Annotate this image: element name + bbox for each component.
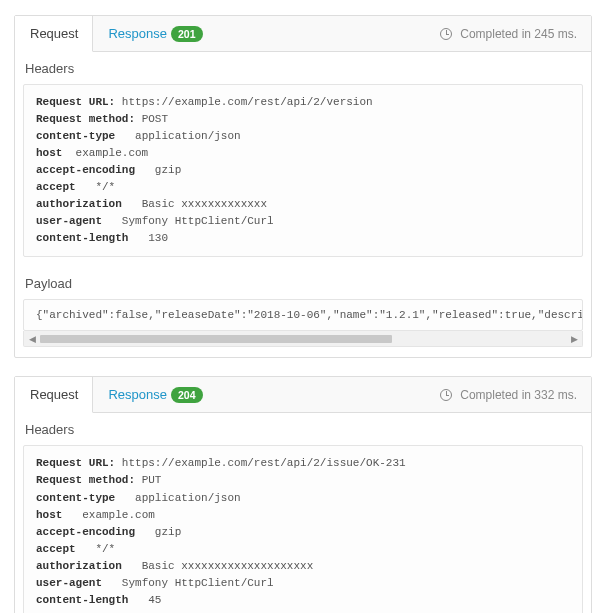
timing-info: Completed in 332 ms. — [440, 388, 591, 402]
timing-text: Completed in 245 ms. — [460, 27, 577, 41]
tab-request-label: Request — [30, 387, 78, 402]
scroll-right-arrow-icon[interactable]: ▶ — [566, 334, 582, 344]
timing-info: Completed in 245 ms. — [440, 27, 591, 41]
tab-response[interactable]: Response 204 — [93, 377, 217, 413]
tab-response[interactable]: Response 201 — [93, 16, 217, 52]
headers-block: Request URL: https://example.com/rest/ap… — [23, 445, 583, 613]
clock-icon — [440, 28, 452, 40]
tab-request-label: Request — [30, 26, 78, 41]
request-panel: Request Response 201 Completed in 245 ms… — [14, 15, 592, 358]
clock-icon — [440, 389, 452, 401]
tab-response-label: Response — [108, 387, 167, 402]
scroll-track[interactable] — [40, 333, 566, 345]
tab-request[interactable]: Request — [15, 16, 93, 52]
headers-block: Request URL: https://example.com/rest/ap… — [23, 84, 583, 257]
payload-block: {"archived":false,"releaseDate":"2018-10… — [23, 299, 583, 331]
status-badge: 204 — [171, 387, 203, 403]
headers-title: Headers — [15, 413, 591, 445]
payload-title: Payload — [15, 267, 591, 299]
headers-title: Headers — [15, 52, 591, 84]
scroll-left-arrow-icon[interactable]: ◀ — [24, 334, 40, 344]
request-panel: Request Response 204 Completed in 332 ms… — [14, 376, 592, 613]
payload-wrap: {"archived":false,"releaseDate":"2018-10… — [23, 299, 583, 347]
tab-response-label: Response — [108, 26, 167, 41]
tab-request[interactable]: Request — [15, 377, 93, 413]
timing-text: Completed in 332 ms. — [460, 388, 577, 402]
horizontal-scrollbar[interactable]: ◀ ▶ — [23, 331, 583, 347]
tab-row: Request Response 204 Completed in 332 ms… — [15, 377, 591, 413]
scroll-thumb[interactable] — [40, 335, 392, 343]
tab-row: Request Response 201 Completed in 245 ms… — [15, 16, 591, 52]
status-badge: 201 — [171, 26, 203, 42]
